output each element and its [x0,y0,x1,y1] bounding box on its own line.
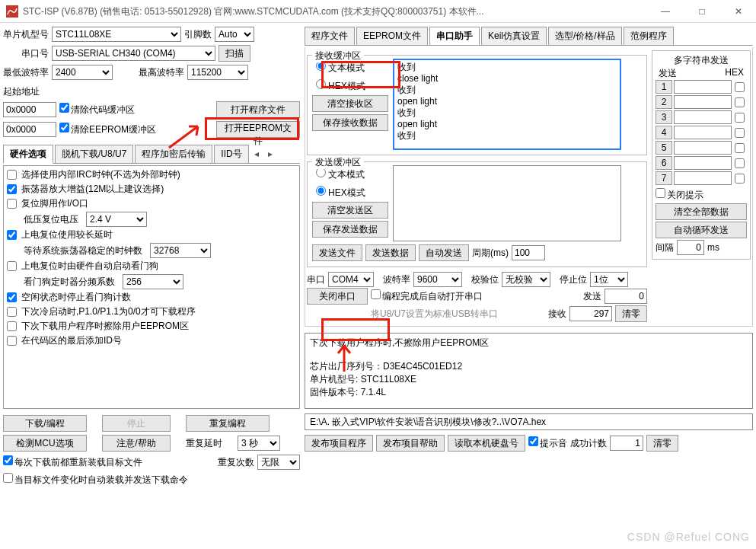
multi-hex-cb-wrap[interactable] [733,110,747,124]
multi-send-btn[interactable]: 1 [656,80,672,94]
multi-send-btn[interactable]: 4 [656,126,672,139]
hw-option-item[interactable]: 看门狗定时器分频系数256 [5,273,298,290]
hw-option-item[interactable]: 下次下载用户程序时擦除用户EEPROM区 [5,319,298,334]
cb-prompt-tone[interactable] [528,436,538,446]
rx-mode-hex[interactable] [316,79,326,89]
hw-option-checkbox[interactable] [7,230,17,240]
auto-send-button[interactable]: 自动发送 [419,244,469,261]
pin-select[interactable]: Auto [215,27,254,42]
multi-hex-cb[interactable] [735,158,745,168]
multi-hex-cb[interactable] [735,113,745,123]
hw-option-checkbox[interactable] [7,199,17,209]
open-eeprom-button[interactable]: 打开EEPROM文件 [216,121,300,138]
tab-hw-options[interactable]: 硬件选项 [3,145,53,164]
mcu-select[interactable]: STC11L08XE [52,27,181,42]
clear-count-button[interactable]: 清零 [615,305,647,322]
hw-option-select[interactable]: 256 [123,274,183,289]
multi-send-input[interactable] [674,171,732,185]
send-data-button[interactable]: 发送数据 [365,244,416,261]
hw-option-item[interactable]: 空闲状态时停止看门狗计数 [5,290,298,305]
hw-option-select[interactable]: 2.4 V [86,212,147,227]
hw-option-item[interactable]: 在代码区的最后添加ID号 [5,334,298,348]
help-button[interactable]: 注意/帮助 [102,435,171,452]
multi-send-input[interactable] [674,80,732,94]
reprog-button[interactable]: 重复编程 [186,415,270,432]
cb-clear-eeprom-wrap[interactable]: 清除EEPROM缓冲区 [59,123,156,136]
tx-textarea[interactable] [393,165,621,241]
multi-send-btn[interactable]: 2 [656,95,672,109]
tab-uart[interactable]: 串口助手 [429,27,480,46]
tab-nav-right[interactable]: ▸ [264,148,276,159]
close-port-button[interactable]: 关闭串口 [307,288,368,305]
tab-nav-left[interactable]: ◂ [250,148,263,159]
download-button[interactable]: 下载/编程 [3,415,87,432]
clear-rx-button[interactable]: 清空接收区 [312,95,388,112]
tab-iid[interactable]: IID号 [214,145,248,163]
multi-send-btn[interactable]: 6 [656,156,672,170]
multi-hex-cb-wrap[interactable] [733,95,747,109]
tx-mode-hex-wrap[interactable]: HEX模式 [312,184,388,199]
auto-cycle-button[interactable]: 自动循环发送 [656,222,747,238]
hw-option-item[interactable]: 复位脚用作I/O口 [5,196,298,211]
cb-prompt-tone-wrap[interactable]: 提示音 [528,436,567,450]
cb-autosend-wrap[interactable]: 当目标文件变化时自动装载并发送下载命令 [3,473,188,487]
hw-option-checkbox[interactable] [7,184,17,194]
hw-option-checkbox[interactable] [7,292,17,302]
minimize-button[interactable]: — [654,0,677,23]
hw-option-item[interactable]: 上电复位时由硬件自动启动看门狗 [5,259,298,273]
maxbaud-select[interactable]: 115200 [187,65,248,80]
clear-succ-button[interactable]: 清零 [646,435,678,452]
hw-option-item[interactable]: 选择使用内部IRC时钟(不选为外部时钟) [5,168,298,182]
port-com-select[interactable]: COM4 [328,272,374,287]
tab-sample[interactable]: 范例程序 [624,27,674,45]
tab-offline[interactable]: 脱机下载/U8/U7 [55,145,133,163]
clear-all-button[interactable]: 清空全部数据 [656,203,747,220]
com-select[interactable]: USB-SERIAL CH340 (COM4) [52,46,215,61]
close-button[interactable]: ✕ [727,0,750,23]
pub-prog-button[interactable]: 发布项目程序 [305,435,373,452]
rx-mode-hex-wrap[interactable]: HEX模式 [312,77,388,93]
multi-hex-cb-wrap[interactable] [733,80,747,94]
interval-input[interactable] [677,240,704,255]
hw-option-checkbox[interactable] [7,321,17,331]
check-mcu-button[interactable]: 检测MCU选项 [3,435,87,452]
tab-progfile[interactable]: 程序文件 [305,27,355,45]
cb-reload[interactable] [3,455,13,465]
tab-price[interactable]: 选型/价格/样品 [548,27,622,45]
hw-option-item[interactable]: 低压复位电压2.4 V [5,211,298,228]
multi-hex-cb-wrap[interactable] [733,126,747,139]
tab-encrypt[interactable]: 程序加密后传输 [135,145,212,163]
port-baud-select[interactable]: 9600 [413,272,462,287]
multi-hex-cb-wrap[interactable] [733,141,747,155]
log-output[interactable]: 下次下载用户程序时,不擦除用户EEPROM区 芯片出厂序列号：D3E4C45C0… [305,333,753,409]
tab-keil[interactable]: Keil仿真设置 [481,27,547,45]
stop-select[interactable]: 1位 [590,272,628,287]
multi-hex-cb[interactable] [735,82,745,92]
cb-clear-code-wrap[interactable]: 清除代码缓冲区 [59,103,135,117]
hw-option-checkbox[interactable] [7,307,17,317]
multi-send-input[interactable] [674,110,732,124]
cb-autosend[interactable] [3,473,13,483]
cb-close-prompt-wrap[interactable]: 关闭提示 [656,190,703,200]
rx-textarea[interactable]: 收到close light收到open light收到open light收到 [393,59,621,150]
send-file-button[interactable]: 发送文件 [312,244,362,261]
save-tx-button[interactable]: 保存发送数据 [312,221,388,238]
retimes-select[interactable]: 无限 [257,455,300,470]
multi-hex-cb[interactable] [735,97,745,107]
cb-auto-open-wrap[interactable]: 编程完成后自动打开串口 [371,289,483,303]
multi-hex-cb[interactable] [735,128,745,138]
hw-option-checkbox[interactable] [7,170,17,180]
addr1-input[interactable] [3,102,56,117]
multi-hex-cb-wrap[interactable] [733,156,747,170]
hw-option-checkbox[interactable] [7,261,17,271]
hw-option-item[interactable]: 上电复位使用较长延时 [5,228,298,242]
cb-close-prompt[interactable] [656,188,665,198]
minbaud-select[interactable]: 2400 [52,65,113,80]
multi-hex-cb[interactable] [735,143,745,153]
hw-option-checkbox[interactable] [7,336,17,346]
redelay-select[interactable]: 3 秒 [238,436,280,451]
multi-send-input[interactable] [674,126,732,139]
multi-send-btn[interactable]: 5 [656,141,672,155]
multi-hex-cb-wrap[interactable] [733,171,747,185]
stop-button[interactable]: 停止 [102,415,171,432]
